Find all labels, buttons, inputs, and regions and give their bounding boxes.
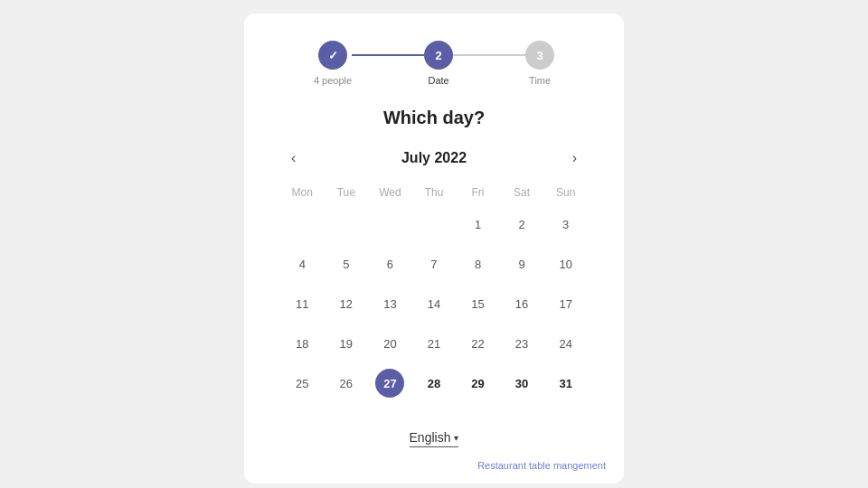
step-connector-2 xyxy=(453,54,525,56)
calendar-day[interactable]: 6 xyxy=(368,244,412,284)
calendar-day[interactable]: 26 xyxy=(325,363,369,403)
calendar-day[interactable]: 5 xyxy=(325,244,369,284)
step-1-circle: ✓ xyxy=(318,41,347,70)
calendar-day[interactable]: 17 xyxy=(543,284,588,324)
step-3-label: Time xyxy=(529,75,551,86)
stepper: ✓ 4 people 2 Date 3 Time xyxy=(280,41,588,86)
calendar-day[interactable]: 30 xyxy=(500,363,544,403)
calendar-header: ‹ July 2022 › xyxy=(280,146,588,170)
calendar-day[interactable]: 3 xyxy=(543,204,588,244)
calendar-week-4: 18192021222324 xyxy=(280,324,588,363)
calendar-day[interactable]: 11 xyxy=(280,284,325,324)
calendar-week-3: 11121314151617 xyxy=(280,284,588,324)
calendar-day[interactable]: 13 xyxy=(368,284,412,324)
calendar-day[interactable]: 28 xyxy=(412,363,457,403)
step-2: 2 Date xyxy=(424,41,453,86)
calendar-day[interactable]: 25 xyxy=(280,363,325,403)
calendar-day xyxy=(412,204,457,244)
calendar-day[interactable]: 20 xyxy=(368,324,412,363)
calendar-grid: Mon Tue Wed Thu Fri Sat Sun 123456789101… xyxy=(280,181,588,403)
language-label: English xyxy=(410,430,451,445)
weekday-sat: Sat xyxy=(500,181,544,204)
calendar-day[interactable]: 21 xyxy=(412,324,457,363)
calendar-day[interactable]: 14 xyxy=(412,284,457,324)
calendar: ‹ July 2022 › Mon Tue Wed Thu Fri Sat Su… xyxy=(280,146,588,403)
calendar-day[interactable]: 9 xyxy=(500,244,544,284)
calendar-day[interactable]: 19 xyxy=(325,324,369,363)
calendar-day[interactable]: 27 xyxy=(368,363,412,403)
footer-text: Restaurant table mangement xyxy=(477,460,606,471)
calendar-day[interactable]: 12 xyxy=(325,284,369,324)
next-month-button[interactable]: › xyxy=(565,146,584,170)
step-2-label: Date xyxy=(428,75,448,86)
calendar-day[interactable]: 24 xyxy=(543,324,588,363)
calendar-week-2: 45678910 xyxy=(280,244,588,284)
booking-card: ✓ 4 people 2 Date 3 Time Which day? ‹ Ju… xyxy=(244,14,624,483)
weekday-fri: Fri xyxy=(456,181,500,204)
calendar-day[interactable]: 1 xyxy=(456,204,500,244)
step-2-circle: 2 xyxy=(424,41,453,70)
calendar-day[interactable]: 18 xyxy=(280,324,325,363)
step-connector-1 xyxy=(352,54,424,56)
weekday-tue: Tue xyxy=(325,181,369,204)
page-title: Which day? xyxy=(383,108,485,128)
calendar-day[interactable]: 31 xyxy=(543,363,588,403)
calendar-day[interactable]: 7 xyxy=(412,244,457,284)
calendar-day xyxy=(280,204,325,244)
weekday-sun: Sun xyxy=(543,181,588,204)
weekday-mon: Mon xyxy=(280,181,325,204)
calendar-day[interactable]: 2 xyxy=(500,204,544,244)
calendar-day[interactable]: 23 xyxy=(500,324,544,363)
step-3: 3 Time xyxy=(525,41,554,86)
step-3-circle: 3 xyxy=(525,41,554,70)
calendar-day xyxy=(325,204,369,244)
calendar-day xyxy=(368,204,412,244)
step-1: ✓ 4 people xyxy=(314,41,352,86)
step-1-label: 4 people xyxy=(314,75,352,86)
calendar-day[interactable]: 10 xyxy=(543,244,588,284)
calendar-day[interactable]: 22 xyxy=(456,324,500,363)
weekday-wed: Wed xyxy=(368,181,412,204)
calendar-day[interactable]: 15 xyxy=(456,284,500,324)
calendar-day[interactable]: 29 xyxy=(456,363,500,403)
weekday-row: Mon Tue Wed Thu Fri Sat Sun xyxy=(280,181,588,204)
language-dropdown[interactable]: English ▾ xyxy=(410,430,459,447)
calendar-week-1: 123 xyxy=(280,204,588,244)
dropdown-arrow-icon: ▾ xyxy=(454,433,458,443)
prev-month-button[interactable]: ‹ xyxy=(284,146,303,170)
calendar-day[interactable]: 8 xyxy=(456,244,500,284)
calendar-day[interactable]: 16 xyxy=(500,284,544,324)
calendar-month: July 2022 xyxy=(401,150,467,166)
weekday-thu: Thu xyxy=(412,181,457,204)
calendar-day[interactable]: 4 xyxy=(280,244,325,284)
calendar-week-5: 25262728293031 xyxy=(280,363,588,403)
